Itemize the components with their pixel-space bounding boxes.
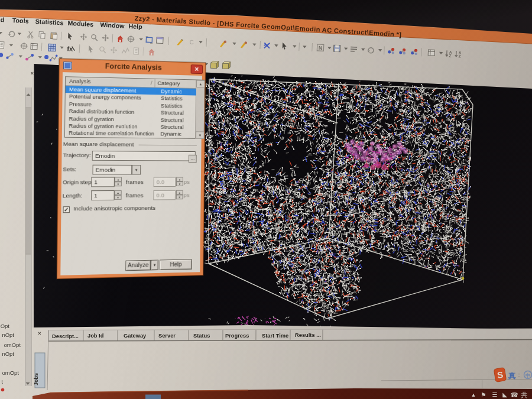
svg-text:共: 共 — [521, 391, 528, 398]
svg-text:Modules: Modules — [67, 20, 93, 28]
svg-text:▲: ▲ — [471, 392, 476, 398]
svg-text:◣: ◣ — [502, 391, 507, 398]
svg-text:Statistics: Statistics — [35, 18, 64, 26]
svg-text:☰: ☰ — [492, 391, 498, 398]
svg-text:中: 中 — [525, 373, 530, 378]
svg-text:Results ...: Results ... — [295, 332, 321, 338]
svg-text:',': ',' — [518, 373, 521, 377]
svg-text:Z: Z — [459, 54, 461, 58]
svg-text:Z: Z — [449, 54, 452, 58]
svg-text:nOpt: nOpt — [2, 332, 14, 338]
svg-text:×: × — [31, 70, 34, 76]
svg-text:d: d — [0, 16, 4, 23]
svg-text:Tools: Tools — [12, 17, 29, 24]
svg-text:omOpt: omOpt — [4, 342, 21, 348]
svg-text:真: 真 — [508, 372, 516, 380]
svg-text:Window: Window — [100, 21, 125, 30]
svg-text:Jobs: Jobs — [33, 373, 39, 385]
svg-text:Opt: Opt — [1, 323, 10, 329]
svg-text:Descript...: Descript... — [52, 333, 79, 339]
svg-text:omOpt: omOpt — [2, 369, 19, 376]
svg-text:⚑: ⚑ — [481, 391, 486, 398]
svg-text:nOpt: nOpt — [2, 351, 14, 357]
svg-text:×: × — [38, 330, 41, 336]
svg-text:C: C — [189, 39, 194, 46]
svg-text:Help: Help — [128, 22, 142, 30]
svg-text:N: N — [319, 45, 323, 51]
svg-text:Start Time: Start Time — [262, 333, 288, 339]
svg-text:t: t — [1, 378, 3, 385]
svg-text:Job Id: Job Id — [87, 333, 104, 339]
svg-text:Gateway: Gateway — [124, 333, 147, 339]
svg-text:Server: Server — [158, 333, 176, 339]
svg-text:Progress: Progress — [225, 333, 249, 339]
svg-text:Status: Status — [193, 333, 210, 339]
svg-text:☎: ☎ — [510, 391, 518, 398]
svg-text:fx: fx — [67, 45, 73, 52]
